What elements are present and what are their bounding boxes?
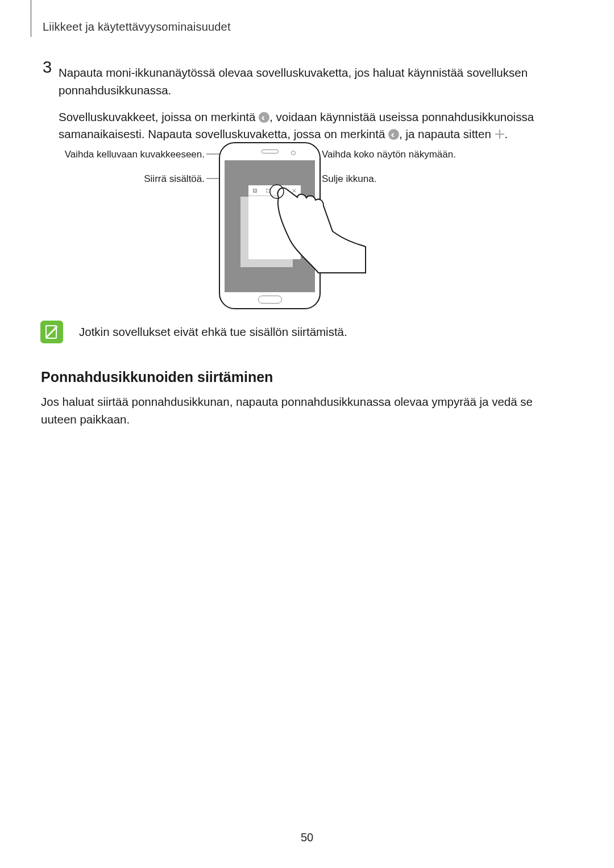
- minimize-icon: [252, 188, 258, 193]
- page-number: 50: [0, 831, 614, 844]
- note-text: Jotkin sovellukset eivät ehkä tue sisäll…: [79, 325, 347, 339]
- phone-diagram: Vaihda kelluvaan kuvakkeeseen. Siirrä si…: [0, 136, 614, 318]
- hand-pointer-icon: [264, 177, 367, 274]
- page-left-rule: [31, 0, 31, 37]
- chevron-circle-icon: [259, 112, 269, 123]
- section-heading: Ponnahdusikkunoiden siirtäminen: [41, 369, 273, 385]
- step-number: 3: [43, 58, 52, 77]
- note-row: Jotkin sovellukset eivät ehkä tue sisäll…: [40, 321, 571, 343]
- svg-rect-1: [254, 190, 256, 191]
- page-header: Liikkeet ja käytettävyysominaisuudet: [43, 20, 231, 34]
- para2-a: Sovelluskuvakkeet, joissa on merkintä: [59, 110, 259, 123]
- phone-home-button: [258, 296, 282, 304]
- phone-earpiece: [262, 149, 279, 153]
- phone-camera: [291, 151, 296, 155]
- note-icon: [40, 321, 63, 343]
- section-paragraph: Jos haluat siirtää ponnahdusikkunan, nap…: [41, 393, 571, 429]
- paragraph-1: Napauta moni-ikkunanäytössä olevaa sovel…: [59, 64, 571, 99]
